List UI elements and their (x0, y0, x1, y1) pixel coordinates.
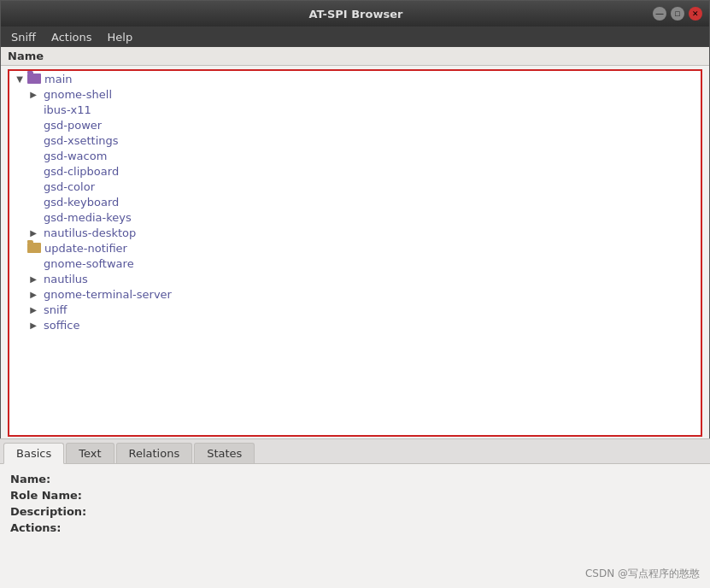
tree-item-label: sniff (44, 303, 67, 316)
tree-expand-arrow[interactable]: ▶ (26, 226, 40, 239)
tree-row-gsd-wacom[interactable]: gsd-wacom (9, 148, 701, 163)
window-controls: — □ ✕ (653, 7, 702, 21)
tree-row-gsd-xsettings[interactable]: gsd-xsettings (9, 132, 701, 148)
minimize-button[interactable]: — (653, 7, 666, 21)
tab-relations[interactable]: Relations (116, 443, 193, 463)
tree-item-label: nautilus-desktop (44, 226, 136, 239)
name-row: Name: (10, 471, 700, 487)
tree-row-sniff[interactable]: ▶sniff (9, 302, 701, 317)
tree-expand-arrow[interactable]: ▶ (26, 272, 40, 285)
tab-bar: BasicsTextRelationsStates (0, 439, 710, 464)
tree-row-gnome-terminal-server[interactable]: ▶gnome-terminal-server (9, 286, 701, 302)
desc-row: Description: (10, 503, 700, 520)
tree-expand-arrow (26, 256, 40, 270)
tree-row-gsd-power[interactable]: gsd-power (9, 117, 701, 132)
tree-row-gsd-clipboard[interactable]: gsd-clipboard (9, 163, 701, 179)
tree-row-gsd-color[interactable]: gsd-color (9, 179, 701, 194)
tree-item-label: update-notifier (44, 242, 127, 255)
tree-row-nautilus[interactable]: ▶nautilus (9, 271, 701, 286)
tree-expand-arrow (26, 149, 40, 162)
tree-item-label: ibus-x11 (44, 103, 91, 116)
close-button[interactable]: ✕ (689, 7, 702, 21)
role-label: Role Name: (10, 489, 87, 502)
tree-item-label: gnome-shell (44, 88, 112, 101)
tree-item-label: gsd-wacom (44, 150, 107, 162)
tree-row-soffice[interactable]: ▶soffice (9, 317, 701, 332)
titlebar: AT-SPI Browser — □ ✕ (1, 1, 709, 26)
watermark: CSDN @写点程序的憨憨 (585, 567, 700, 581)
tree-expand-arrow (26, 118, 40, 132)
tree-row-main[interactable]: ▼main (9, 71, 701, 86)
tree-expand-arrow (26, 133, 40, 147)
tree-item-label: main (44, 73, 72, 85)
tree-view[interactable]: ▼main▶gnome-shellibus-x11gsd-powergsd-xs… (8, 69, 702, 437)
tree-row-gnome-software[interactable]: gnome-software (9, 256, 701, 271)
tree-expand-arrow[interactable]: ▶ (26, 303, 40, 316)
role-row: Role Name: (10, 487, 700, 503)
tree-row-ibus-x11[interactable]: ibus-x11 (9, 102, 701, 117)
tree-item-label: gsd-power (44, 119, 102, 132)
tree-row-gsd-media-keys[interactable]: gsd-media-keys (9, 209, 701, 225)
tree-row-nautilus-desktop[interactable]: ▶nautilus-desktop (9, 225, 701, 240)
tree-row-gsd-keyboard[interactable]: gsd-keyboard (9, 194, 701, 209)
tab-text[interactable]: Text (66, 443, 114, 463)
bottom-panel: BasicsTextRelationsStates Name: Role Nam… (0, 438, 710, 588)
tree-item-label: soffice (44, 319, 79, 332)
menu-sniff[interactable]: Sniff (4, 29, 43, 45)
tree-row-gnome-shell[interactable]: ▶gnome-shell (9, 86, 701, 102)
desc-label: Description: (10, 505, 87, 518)
folder-icon (26, 72, 42, 85)
tree-item-label: gnome-terminal-server (44, 288, 172, 301)
tree-expand-arrow (26, 210, 40, 224)
menu-help[interactable]: Help (101, 29, 140, 45)
column-header: Name (1, 47, 709, 66)
tree-item-label: gsd-clipboard (44, 165, 119, 178)
tree-expand-arrow (13, 241, 26, 255)
tree-expand-arrow[interactable]: ▶ (26, 87, 40, 101)
menubar: Sniff Actions Help (1, 26, 709, 47)
tree-expand-arrow (26, 179, 40, 193)
tree-item-label: gsd-color (44, 180, 95, 193)
tree-expand-arrow (26, 195, 40, 209)
name-label: Name: (10, 473, 87, 485)
tree-item-label: nautilus (44, 273, 88, 285)
info-area: Name: Role Name: Description: Actions: (0, 464, 710, 543)
tree-expand-arrow[interactable]: ▶ (26, 318, 40, 332)
tree-item-label: gsd-media-keys (44, 211, 132, 224)
window-title: AT-SPI Browser (59, 8, 653, 21)
actions-label: Actions: (10, 521, 87, 534)
tree-expand-arrow[interactable]: ▼ (13, 72, 26, 85)
tree-expand-arrow[interactable]: ▶ (26, 287, 40, 301)
tree-item-label: gnome-software (44, 257, 134, 270)
tree-expand-arrow (26, 164, 40, 178)
tree-item-label: gsd-keyboard (44, 196, 119, 209)
tab-states[interactable]: States (194, 443, 255, 463)
tab-basics[interactable]: Basics (3, 443, 64, 464)
tree-item-label: gsd-xsettings (44, 134, 119, 147)
tree-row-update-notifier[interactable]: update-notifier (9, 240, 701, 256)
folder-icon (26, 241, 42, 255)
menu-actions[interactable]: Actions (44, 29, 99, 45)
tree-expand-arrow (26, 103, 40, 116)
actions-row: Actions: (10, 520, 700, 536)
maximize-button[interactable]: □ (671, 7, 684, 21)
